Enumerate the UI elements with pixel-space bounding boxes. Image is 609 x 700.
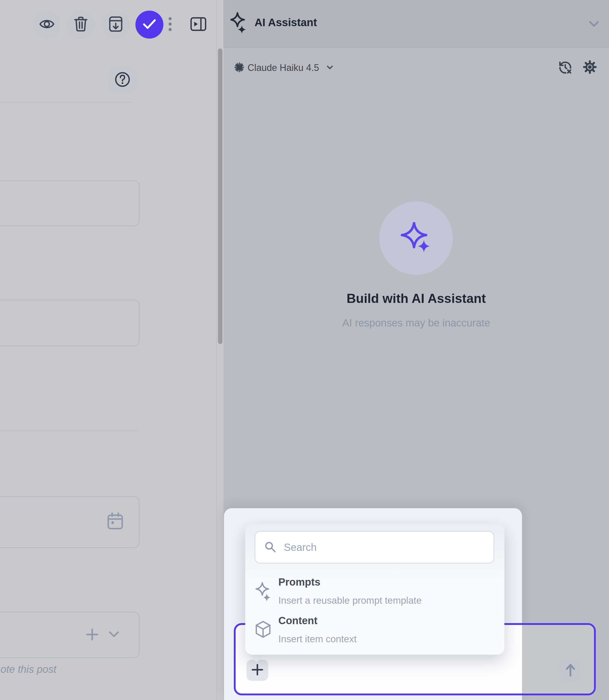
plus-icon: [251, 664, 263, 677]
attach-button[interactable]: [246, 660, 268, 681]
empty-state-title: Build with AI Assistant: [224, 291, 609, 306]
anthropic-logo-icon: [234, 62, 244, 73]
editor-panel: ote this post: [0, 0, 224, 700]
collapse-chevron-icon[interactable]: [589, 21, 599, 29]
ai-sparkles-icon: [230, 12, 246, 36]
search-field[interactable]: [283, 541, 485, 554]
model-selector[interactable]: Claude Haiku 4.5: [247, 63, 319, 73]
section-divider: [0, 102, 131, 103]
kebab-menu-icon: [168, 28, 172, 33]
empty-state-subtitle: AI responses may be inaccurate: [224, 317, 609, 329]
open-side-panel-icon: [190, 17, 207, 33]
panel-title: AI Assistant: [255, 16, 317, 29]
sparkles-icon: [256, 582, 272, 603]
confirm-button[interactable]: [135, 11, 163, 39]
check-icon: [142, 19, 156, 31]
promote-post-note: ote this post: [1, 664, 56, 675]
search-input[interactable]: [255, 531, 494, 564]
menu-item-label[interactable]: Prompts: [278, 576, 320, 588]
help-button[interactable]: [108, 66, 137, 94]
form-field[interactable]: [0, 299, 140, 346]
reset-history-icon: [558, 60, 572, 75]
menu-item-description: Insert a reusable prompt template: [278, 595, 421, 606]
menu-item-description: Insert item context: [278, 634, 356, 645]
plus-icon[interactable]: [86, 628, 99, 642]
form-field[interactable]: [0, 180, 140, 226]
section-divider: [0, 430, 138, 431]
gear-icon: [583, 60, 596, 75]
eye-icon: [39, 17, 55, 32]
more-options-button[interactable]: [168, 17, 172, 33]
dim-overlay: [522, 625, 594, 694]
app-screen: ote this post AI Assistant Claude Haiku …: [0, 0, 609, 700]
preview-button[interactable]: [33, 11, 61, 39]
archive-down-icon: [108, 16, 123, 33]
scrollbar-thumb[interactable]: [218, 48, 222, 344]
delete-button[interactable]: [67, 11, 95, 39]
question-mark-icon: [114, 71, 131, 89]
insert-menu-popup: Prompts Insert a reusable prompt templat…: [245, 524, 504, 655]
trash-icon: [74, 16, 88, 33]
toggle-side-panel-button[interactable]: [189, 17, 207, 33]
reset-history-button[interactable]: [557, 60, 573, 76]
arrow-up-icon: [565, 663, 576, 678]
ai-sparkles-icon: [401, 222, 432, 254]
panel-divider: [216, 0, 217, 700]
settings-button[interactable]: [582, 59, 597, 75]
send-button[interactable]: [559, 659, 581, 682]
search-icon: [264, 541, 276, 554]
menu-item-label[interactable]: Content: [278, 615, 317, 627]
chevron-down-icon[interactable]: [327, 66, 333, 71]
chevron-down-icon[interactable]: [109, 631, 119, 639]
ai-avatar: [379, 202, 453, 275]
cube-icon: [255, 620, 272, 639]
archive-button[interactable]: [102, 11, 130, 39]
calendar-icon[interactable]: [107, 512, 123, 531]
